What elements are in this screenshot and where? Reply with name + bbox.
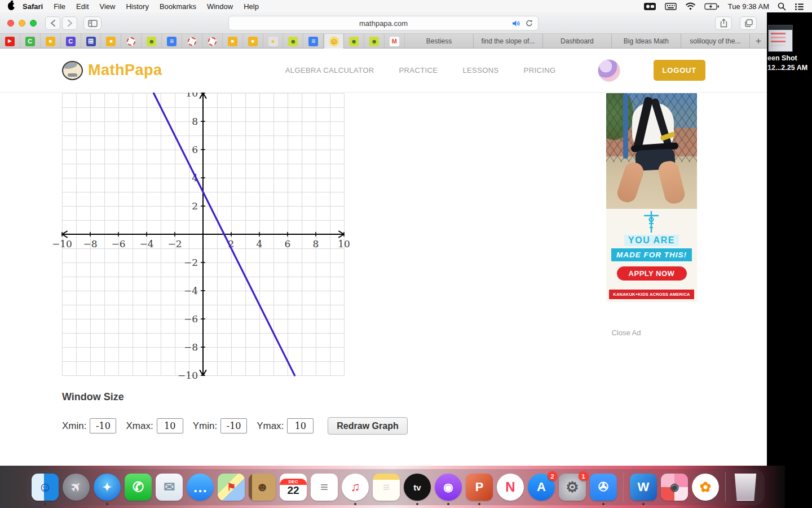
svg-text:8: 8 [313, 238, 319, 249]
nav-practice[interactable]: PRACTICE [399, 66, 438, 75]
menu-file[interactable]: File [54, 2, 65, 11]
dock-apple-tv[interactable]: tv [404, 474, 431, 501]
dock-powerpoint[interactable]: P [466, 474, 493, 501]
ad-apply-button[interactable]: APPLY NOW [617, 266, 687, 281]
dock-launchpad[interactable]: ✈ [63, 474, 90, 501]
dock-facetime[interactable]: ✆ [125, 474, 152, 501]
dock-word[interactable]: W [630, 474, 657, 501]
reload-icon[interactable] [526, 20, 533, 29]
battery-charging-icon[interactable] [704, 3, 720, 10]
menu-edit[interactable]: Edit [76, 2, 89, 11]
wifi-icon[interactable] [685, 2, 696, 10]
control-center-icon[interactable] [795, 3, 804, 10]
screenshot-file-thumbnail[interactable] [768, 25, 793, 52]
ad-banner[interactable]: YOU ARE MADE FOR THIS! APPLY NOW KANAKUK… [606, 93, 697, 302]
show-tabs-button[interactable] [740, 16, 757, 30]
fullscreen-window-button[interactable] [30, 20, 37, 27]
tab-dashboard[interactable]: Dashboard [543, 34, 612, 48]
dock-messages[interactable]: … [187, 474, 214, 501]
keyboard-icon[interactable] [665, 2, 677, 11]
pinned-tab-youtube[interactable]: ▶ [0, 34, 20, 49]
apple-menu-icon[interactable] [8, 2, 15, 10]
menu-help[interactable]: Help [244, 2, 259, 11]
pinned-tab-site-yellow-3[interactable]: ■ [223, 34, 243, 49]
svg-text:−2: −2 [184, 257, 198, 268]
spotlight-search-icon[interactable] [778, 2, 786, 11]
dock-zoom[interactable]: ✇ [590, 474, 617, 501]
menu-bar-clock[interactable]: Tue 9:38 AM [728, 2, 769, 11]
share-button[interactable] [715, 16, 732, 30]
pinned-tab-site-yellow-2[interactable]: ■ [101, 34, 121, 49]
audio-speaker-icon[interactable] [512, 20, 520, 29]
tab-bestiess[interactable]: Bestiess [405, 34, 474, 48]
dock-notes[interactable]: ≡ [373, 474, 400, 501]
logout-button[interactable]: LOGOUT [654, 60, 705, 81]
pinned-tab-gmail[interactable]: M [385, 34, 405, 49]
menu-bookmarks[interactable]: Bookmarks [160, 2, 196, 11]
xmax-input[interactable] [157, 418, 183, 433]
dock-mail[interactable]: ✉ [156, 474, 183, 501]
address-bar[interactable]: mathpapa.com [228, 16, 539, 30]
dock-trash[interactable] [732, 474, 759, 501]
pinned-tab-site-c-purple[interactable]: C [61, 34, 81, 49]
nav-pricing[interactable]: PRICING [524, 66, 556, 75]
dock-podcasts[interactable]: ◉ [435, 474, 462, 501]
ymin-input[interactable] [220, 418, 247, 433]
screen-record-icon[interactable] [643, 2, 656, 11]
menu-view[interactable]: View [100, 2, 116, 11]
sidebar-toggle-button[interactable] [83, 16, 102, 30]
back-button[interactable] [45, 16, 60, 30]
forward-button[interactable] [62, 16, 77, 30]
dock-safari[interactable]: ✦ [94, 474, 121, 501]
dock-music[interactable]: ♫ [342, 474, 369, 501]
menu-safari[interactable]: Safari [23, 2, 43, 11]
menu-history[interactable]: History [126, 2, 148, 11]
user-avatar[interactable] [598, 59, 620, 82]
pinned-tab-site-person-4[interactable]: ☻ [364, 34, 385, 49]
redraw-graph-button[interactable]: Redraw Graph [328, 417, 407, 435]
ymax-input[interactable] [287, 418, 314, 433]
ad-text-block: YOU ARE MADE FOR THIS! APPLY NOW KANAKUK… [606, 209, 697, 302]
dock-photo-booth[interactable]: ◉ [661, 474, 688, 501]
dock-app-store[interactable]: A2 [528, 474, 555, 501]
tab-find-the-slope-of[interactable]: find the slope of... [474, 34, 542, 48]
dock-finder[interactable]: ☺ [32, 474, 59, 501]
pinned-tab-site-dashed-2[interactable] [182, 34, 202, 49]
reminders-app-icon: ≡ [311, 474, 338, 501]
pinned-tab-site-grid-blue[interactable]: ⊞ [81, 34, 102, 49]
dock-reminders[interactable]: ≡ [311, 474, 338, 501]
music-app-icon: ♫ [342, 474, 369, 501]
dock-news[interactable]: N [497, 474, 524, 501]
xmin-input[interactable] [90, 418, 116, 433]
pinned-tab-site-dashed-1[interactable] [121, 34, 142, 49]
menu-window[interactable]: Window [207, 2, 233, 11]
close-ad-link[interactable]: Close Ad [591, 329, 661, 337]
pinned-tab-site-c-green[interactable]: C [20, 34, 41, 49]
nav-lessons[interactable]: LESSONS [462, 66, 498, 75]
new-tab-button[interactable]: + [750, 34, 767, 48]
dock-photos[interactable]: ✿ [692, 474, 719, 501]
nav-algebra-calculator[interactable]: ALGEBRA CALCULATOR [285, 66, 374, 75]
close-window-button[interactable] [7, 20, 14, 27]
pinned-tab-site-person-3[interactable]: ☻ [344, 34, 364, 49]
dock-maps[interactable]: ⚑ [218, 474, 245, 501]
pinned-tab-site-duck[interactable]: ● [263, 34, 284, 49]
safari-app-icon: ✦ [94, 474, 121, 501]
dock-contacts[interactable]: ☻ [249, 474, 276, 501]
pinned-tab-site-yellow-1[interactable]: ■ [41, 34, 61, 49]
pinned-tab-site-docs-2[interactable]: ≡ [303, 34, 324, 49]
pinned-tab-site-yellow-4[interactable]: ■ [243, 34, 263, 49]
pinned-tab-site-person-1[interactable]: ☻ [142, 34, 162, 49]
tab-soliloquy-of-the[interactable]: soliloquy of the... [681, 34, 750, 48]
ad-brand-strip: KANAKUK+KIDS ACROSS AMERICA [609, 290, 694, 299]
minimize-window-button[interactable] [19, 20, 25, 27]
pinned-tab-site-person-2[interactable]: ☻ [283, 34, 303, 49]
tab-big-ideas-math[interactable]: Big Ideas Math [612, 34, 681, 48]
mathpapa-logo[interactable]: MathPapa [62, 61, 162, 80]
dock-calendar[interactable]: DEC22 [280, 474, 307, 501]
dock-system-preferences[interactable]: ⚙1 [559, 474, 586, 501]
pinned-tab-site-dashed-3[interactable] [202, 34, 223, 49]
music-running-indicator [354, 503, 356, 505]
pinned-tab-mathpapa[interactable]: ☺ [324, 34, 344, 49]
pinned-tab-site-docs-1[interactable]: ≡ [162, 34, 182, 49]
